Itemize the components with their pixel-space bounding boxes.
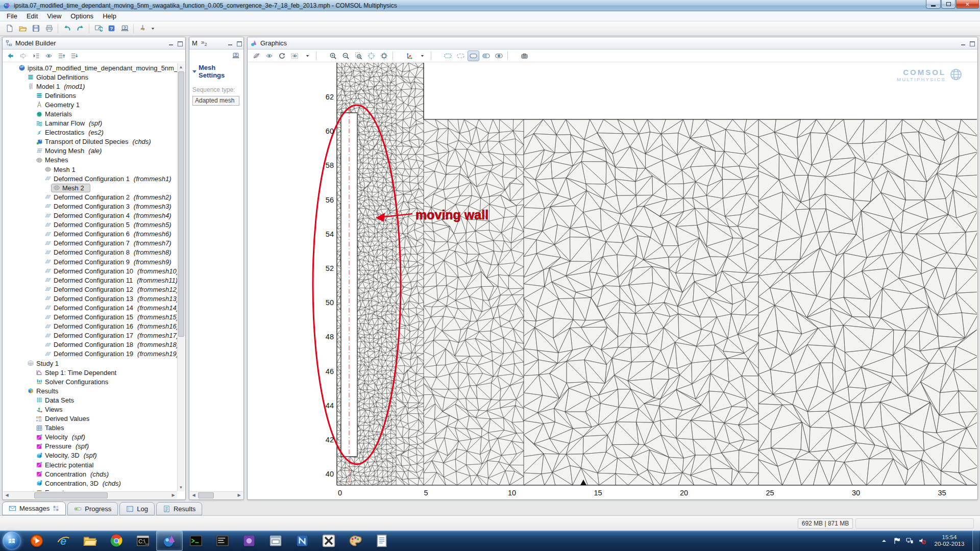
taskbar-file-explorer[interactable]: [77, 531, 103, 551]
tab-messages[interactable]: Messages: [2, 502, 66, 515]
show-options-button[interactable]: [43, 51, 54, 61]
tree-item-deformed-configuration-18[interactable]: Deformed Configuration 18(frommesh18): [3, 340, 177, 349]
tab-progress[interactable]: Progress: [67, 502, 118, 515]
go-to-view-caret[interactable]: [416, 51, 428, 61]
taskbar-paint[interactable]: [342, 531, 369, 551]
plot-tool-button[interactable]: [136, 22, 149, 35]
tray-expand-icon[interactable]: [880, 537, 888, 545]
tree-item-views[interactable]: Views: [3, 405, 177, 414]
tree-item-derived-values[interactable]: 8.85e-12Derived Values: [3, 414, 177, 423]
tree-item-electrostatics[interactable]: Electrostatics(es2): [3, 128, 177, 137]
show-desktop-button[interactable]: [972, 531, 979, 551]
tree-item-deformed-configuration-5[interactable]: Deformed Configuration 5(frommesh5): [3, 220, 177, 230]
tree-item-mesh-1[interactable]: Mesh 1: [3, 165, 177, 174]
zoom-extents-button[interactable]: [378, 51, 390, 61]
tree-item-study-1[interactable]: Study 1: [3, 359, 177, 368]
graphics-header[interactable]: Graphics: [248, 37, 977, 49]
menu-view[interactable]: View: [42, 11, 66, 21]
intersect-mode-button[interactable]: [480, 51, 492, 61]
taskbar-console-green[interactable]: [183, 531, 209, 551]
close-button[interactable]: ✕: [956, 0, 979, 9]
toolbar-button[interactable]: [314, 51, 326, 61]
move-down-button[interactable]: [68, 51, 80, 61]
menu-options[interactable]: Options: [66, 11, 98, 21]
taskbar-console-white[interactable]: [209, 531, 236, 551]
open-file-button[interactable]: [16, 22, 29, 35]
undo-button[interactable]: [61, 22, 73, 35]
zoom-selected-button[interactable]: [365, 51, 377, 61]
tree-item-deformed-configuration-11[interactable]: Deformed Configuration 11(frommesh11): [3, 276, 177, 285]
tree-item-deformed-configuration-7[interactable]: Deformed Configuration 7(frommesh7): [3, 239, 177, 248]
tree-item-deformed-configuration-3[interactable]: Deformed Configuration 3(frommesh3): [3, 202, 177, 211]
taskbar-blue-app[interactable]: [289, 531, 315, 551]
tab-results[interactable]: Results: [156, 502, 202, 515]
snapshot-button[interactable]: [519, 51, 530, 61]
tree-item-global-definitions[interactable]: Global Definitions: [3, 72, 177, 82]
zoom-in-button[interactable]: [327, 51, 339, 61]
taskbar-comsol[interactable]: [156, 531, 183, 551]
tree-item-electric-potential[interactable]: Electric potential: [3, 460, 177, 469]
tab-overflow-indicator[interactable]: »2: [201, 39, 207, 47]
view-options-caret[interactable]: [302, 51, 313, 61]
plot-tool-caret[interactable]: [150, 22, 156, 35]
tree-item-deformed-configuration-15[interactable]: Deformed Configuration 15(frommesh15): [3, 313, 177, 322]
tree-item-pressure[interactable]: Pressure(spf): [3, 442, 177, 451]
settings-horizontal-scrollbar[interactable]: ◀ ▶: [190, 491, 243, 499]
select-box-button[interactable]: [442, 51, 454, 61]
mesh-plot[interactable]: moving wall62605856545250484644424005101…: [248, 63, 977, 499]
tree-item-definitions[interactable]: Definitions: [3, 91, 177, 100]
tree-item-laminar-flow[interactable]: Laminar Flow(spf): [3, 119, 177, 128]
settings-help-icon[interactable]: ?: [231, 52, 240, 60]
print-button[interactable]: [43, 22, 55, 35]
tree-item-meshes[interactable]: Meshes: [3, 156, 177, 165]
tree-item-materials[interactable]: Materials: [3, 109, 177, 118]
settings-header[interactable]: M »2: [189, 37, 243, 49]
reset-view-button[interactable]: [276, 51, 288, 61]
tree-item-deformed-configuration-10[interactable]: Deformed Configuration 10(frommesh10): [3, 266, 177, 276]
tree-item-deformed-configuration-16[interactable]: Deformed Configuration 16(frommesh16): [3, 322, 177, 331]
tree-vertical-scrollbar[interactable]: ▲ ▼: [177, 63, 185, 491]
tree-item-deformed-configuration-12[interactable]: Deformed Configuration 12(frommesh12): [3, 285, 177, 294]
tree-item-deformed-configuration-14[interactable]: Deformed Configuration 14(frommesh14): [3, 303, 177, 312]
new-file-button[interactable]: [3, 22, 15, 35]
tree-item-model-1[interactable]: Model 1(mod1): [3, 82, 177, 91]
collapse-all-button[interactable]: [30, 51, 41, 61]
minimize-button[interactable]: [926, 0, 941, 9]
taskbar-grey-app[interactable]: [262, 531, 289, 551]
model-builder-header[interactable]: Model Builder: [3, 37, 185, 49]
tree-item-concentration-3d[interactable]: Concentration, 3D(chds): [3, 479, 177, 488]
add-selection-button[interactable]: [493, 51, 505, 61]
view-options-button[interactable]: [289, 51, 301, 61]
zoom-out-button[interactable]: [340, 51, 352, 61]
tree-item-tables[interactable]: Tables: [3, 423, 177, 433]
tree-item-deformed-configuration-19[interactable]: Deformed Configuration 19(frommesh19): [3, 349, 177, 359]
panel-maximize-icon[interactable]: [177, 41, 183, 46]
volume-muted-icon[interactable]: [918, 537, 926, 545]
tree-item-transport-of-diluted-species[interactable]: Transport of Diluted Species(chds): [3, 137, 177, 146]
start-button[interactable]: [3, 532, 21, 550]
menu-file[interactable]: File: [2, 11, 22, 21]
documentation-button[interactable]: ?: [118, 22, 131, 35]
taskbar-purple-app[interactable]: [236, 531, 262, 551]
taskbar-notepad[interactable]: [369, 531, 395, 551]
mesh-settings-section[interactable]: Mesh Settings: [192, 64, 240, 79]
tree-item-results[interactable]: Results: [3, 386, 177, 395]
toolbar-button[interactable]: [391, 51, 403, 61]
network-icon[interactable]: [905, 537, 914, 545]
tree-item-moving-mesh[interactable]: Moving Mesh(ale): [3, 146, 177, 156]
toolbar-button[interactable]: [87, 23, 91, 34]
sequence-type-field[interactable]: Adapted mesh: [192, 96, 239, 106]
taskbar-cutter-tool[interactable]: [315, 531, 342, 551]
panel-minimize-icon[interactable]: [961, 41, 966, 46]
taskbar-media-player[interactable]: [23, 531, 50, 551]
graphics-canvas[interactable]: moving wall62605856545250484644424005101…: [248, 63, 977, 499]
taskbar-clock[interactable]: 15:54 20-02-2013: [931, 534, 968, 547]
menu-edit[interactable]: Edit: [22, 11, 42, 21]
panel-maximize-icon[interactable]: [236, 41, 242, 46]
tree-horizontal-scrollbar[interactable]: ◀ ▶: [3, 491, 177, 499]
tree-item-concentration[interactable]: Concentration(chds): [3, 469, 177, 479]
transparency-button[interactable]: [251, 51, 262, 61]
toolbar-button[interactable]: [56, 23, 60, 34]
redo-button[interactable]: [74, 22, 86, 35]
tree-item-export[interactable]: Export: [3, 488, 177, 491]
